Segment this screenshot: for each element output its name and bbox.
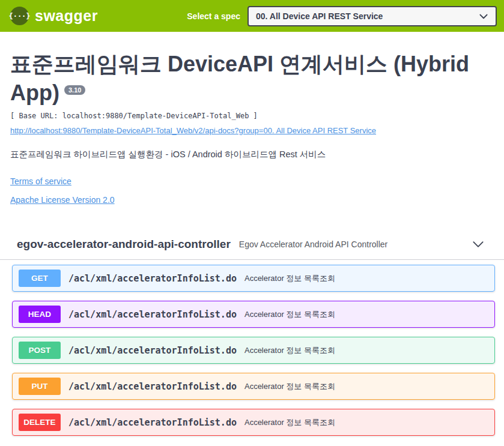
method-badge: GET [19,270,61,287]
method-badge: DELETE [19,414,61,431]
tag-description: Egov Accelerator Android API Controller [239,240,387,249]
method-badge: PUT [19,378,61,395]
operation-row-delete[interactable]: DELETE /acl/xml/acceleratorInfoList.do A… [12,409,495,436]
operation-row-post[interactable]: POST /acl/xml/acceleratorInfoList.do Acc… [12,337,495,364]
api-description: 표준프레임워크 하이브리드앱 실행환경 - iOS / Android 하이브리… [10,149,492,160]
spec-selector: Select a spec 00. All Device API REST Se… [187,6,497,26]
operation-path: /acl/xml/acceleratorInfoList.do [68,273,237,284]
operation-summary: Accelerator 정보 목록조회 [244,309,335,320]
operation-summary: Accelerator 정보 목록조회 [244,273,335,284]
base-url: [ Base URL: localhost:9880/Template-Devi… [10,112,492,120]
swagger-logo-icon: {···} [10,7,29,25]
operation-summary: Accelerator 정보 목록조회 [244,381,335,392]
tag-section-header[interactable]: egov-accelerator-android-api-controller … [0,233,504,260]
topbar: {···} swagger Select a spec 00. All Devi… [0,0,504,32]
version-badge: 3.10 [64,85,85,95]
spec-select-dropdown[interactable]: 00. All Device API REST Service [247,6,497,26]
method-badge: HEAD [19,306,61,323]
operation-path: /acl/xml/acceleratorInfoList.do [68,381,237,392]
page-title-text: 표준프레임워크 DeviceAPI 연계서비스 (Hybrid App) [10,52,469,105]
operation-path: /acl/xml/acceleratorInfoList.do [68,345,237,356]
operations-list: GET /acl/xml/acceleratorInfoList.do Acce… [0,260,504,436]
page-title: 표준프레임워크 DeviceAPI 연계서비스 (Hybrid App)3.10 [10,50,492,107]
swagger-logo: {···} swagger [10,7,98,25]
operation-row-put[interactable]: PUT /acl/xml/acceleratorInfoList.do Acce… [12,373,495,400]
operation-summary: Accelerator 정보 목록조회 [244,345,335,356]
chevron-down-icon[interactable] [472,238,485,251]
operation-path: /acl/xml/acceleratorInfoList.do [68,309,237,320]
spec-select-value: 00. All Device API REST Service [256,11,383,21]
api-docs-link[interactable]: http://localhost:9880/Template-DeviceAPI… [10,126,376,135]
tag-name: egov-accelerator-android-api-controller [17,238,231,251]
license-link[interactable]: Apache License Version 2.0 [10,195,115,205]
swagger-logo-text: swagger [35,7,98,25]
operation-row-head[interactable]: HEAD /acl/xml/acceleratorInfoList.do Acc… [12,301,495,328]
chevron-down-icon [479,11,488,21]
api-info-section: 표준프레임워크 DeviceAPI 연계서비스 (Hybrid App)3.10… [0,32,504,205]
select-spec-label: Select a spec [187,11,240,21]
operation-row-get[interactable]: GET /acl/xml/acceleratorInfoList.do Acce… [12,265,495,292]
operation-path: /acl/xml/acceleratorInfoList.do [68,417,237,428]
method-badge: POST [19,342,61,359]
operation-summary: Accelerator 정보 목록조회 [244,417,335,428]
terms-of-service-link[interactable]: Terms of service [10,176,71,186]
